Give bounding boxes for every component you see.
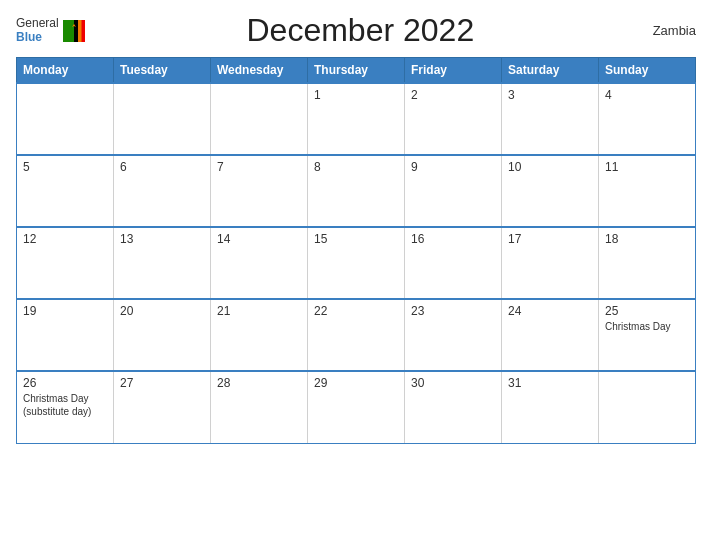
day-number: 16 xyxy=(411,232,495,246)
calendar-week-5: 26Christmas Day (substitute day)27282930… xyxy=(17,371,696,443)
calendar-header-row: MondayTuesdayWednesdayThursdayFridaySatu… xyxy=(17,58,696,84)
calendar-cell: 9 xyxy=(405,155,502,227)
weekday-header-friday: Friday xyxy=(405,58,502,84)
calendar-cell: 17 xyxy=(502,227,599,299)
calendar-cell: 4 xyxy=(599,83,696,155)
day-number: 9 xyxy=(411,160,495,174)
day-number: 15 xyxy=(314,232,398,246)
calendar-cell: 29 xyxy=(308,371,405,443)
day-number: 2 xyxy=(411,88,495,102)
calendar-cell: 2 xyxy=(405,83,502,155)
calendar-page: General Blue December 2022 Zambia Monday… xyxy=(0,0,712,550)
calendar-cell: 6 xyxy=(114,155,211,227)
logo-line2: Blue xyxy=(16,31,59,44)
calendar-cell: 31 xyxy=(502,371,599,443)
calendar-cell: 28 xyxy=(211,371,308,443)
day-number: 25 xyxy=(605,304,689,318)
calendar-week-4: 19202122232425Christmas Day xyxy=(17,299,696,371)
calendar-table: MondayTuesdayWednesdayThursdayFridaySatu… xyxy=(16,57,696,444)
day-number: 28 xyxy=(217,376,301,390)
calendar-cell: 13 xyxy=(114,227,211,299)
calendar-week-2: 567891011 xyxy=(17,155,696,227)
day-number: 29 xyxy=(314,376,398,390)
weekday-header-thursday: Thursday xyxy=(308,58,405,84)
day-number: 24 xyxy=(508,304,592,318)
day-number: 31 xyxy=(508,376,592,390)
day-number: 1 xyxy=(314,88,398,102)
day-number: 27 xyxy=(120,376,204,390)
calendar-cell: 14 xyxy=(211,227,308,299)
calendar-cell: 26Christmas Day (substitute day) xyxy=(17,371,114,443)
calendar-week-3: 12131415161718 xyxy=(17,227,696,299)
calendar-cell: 3 xyxy=(502,83,599,155)
day-number: 18 xyxy=(605,232,689,246)
calendar-week-1: 1234 xyxy=(17,83,696,155)
calendar-cell: 5 xyxy=(17,155,114,227)
calendar-cell xyxy=(599,371,696,443)
day-number: 12 xyxy=(23,232,107,246)
logo-line1: General xyxy=(16,17,59,30)
calendar-cell: 20 xyxy=(114,299,211,371)
day-number: 5 xyxy=(23,160,107,174)
day-number: 23 xyxy=(411,304,495,318)
day-number: 30 xyxy=(411,376,495,390)
calendar-cell: 11 xyxy=(599,155,696,227)
day-number: 11 xyxy=(605,160,689,174)
calendar-cell: 19 xyxy=(17,299,114,371)
month-year-title: December 2022 xyxy=(85,12,636,49)
logo: General Blue xyxy=(16,17,85,43)
day-number: 17 xyxy=(508,232,592,246)
logo-flag-icon xyxy=(63,20,85,42)
day-number: 22 xyxy=(314,304,398,318)
day-number: 26 xyxy=(23,376,107,390)
holiday-label: Christmas Day xyxy=(605,320,689,333)
country-label: Zambia xyxy=(636,23,696,38)
calendar-cell: 23 xyxy=(405,299,502,371)
calendar-cell: 8 xyxy=(308,155,405,227)
day-number: 6 xyxy=(120,160,204,174)
calendar-cell: 10 xyxy=(502,155,599,227)
calendar-cell xyxy=(114,83,211,155)
calendar-cell: 18 xyxy=(599,227,696,299)
weekday-header-monday: Monday xyxy=(17,58,114,84)
day-number: 13 xyxy=(120,232,204,246)
day-number: 19 xyxy=(23,304,107,318)
day-number: 4 xyxy=(605,88,689,102)
calendar-cell: 15 xyxy=(308,227,405,299)
calendar-cell xyxy=(211,83,308,155)
calendar-cell: 22 xyxy=(308,299,405,371)
calendar-cell: 1 xyxy=(308,83,405,155)
day-number: 14 xyxy=(217,232,301,246)
calendar-cell: 12 xyxy=(17,227,114,299)
calendar-cell: 7 xyxy=(211,155,308,227)
day-number: 10 xyxy=(508,160,592,174)
day-number: 20 xyxy=(120,304,204,318)
weekday-header-tuesday: Tuesday xyxy=(114,58,211,84)
holiday-label: Christmas Day (substitute day) xyxy=(23,392,107,418)
calendar-cell: 25Christmas Day xyxy=(599,299,696,371)
calendar-cell: 21 xyxy=(211,299,308,371)
weekday-header-saturday: Saturday xyxy=(502,58,599,84)
day-number: 21 xyxy=(217,304,301,318)
calendar-cell: 30 xyxy=(405,371,502,443)
day-number: 7 xyxy=(217,160,301,174)
day-number: 8 xyxy=(314,160,398,174)
day-number: 3 xyxy=(508,88,592,102)
calendar-cell: 27 xyxy=(114,371,211,443)
svg-rect-2 xyxy=(74,20,78,42)
calendar-cell xyxy=(17,83,114,155)
weekday-header-wednesday: Wednesday xyxy=(211,58,308,84)
month-title-text: December 2022 xyxy=(247,12,475,48)
calendar-cell: 24 xyxy=(502,299,599,371)
calendar-header: General Blue December 2022 Zambia xyxy=(16,12,696,49)
weekday-header-sunday: Sunday xyxy=(599,58,696,84)
calendar-cell: 16 xyxy=(405,227,502,299)
